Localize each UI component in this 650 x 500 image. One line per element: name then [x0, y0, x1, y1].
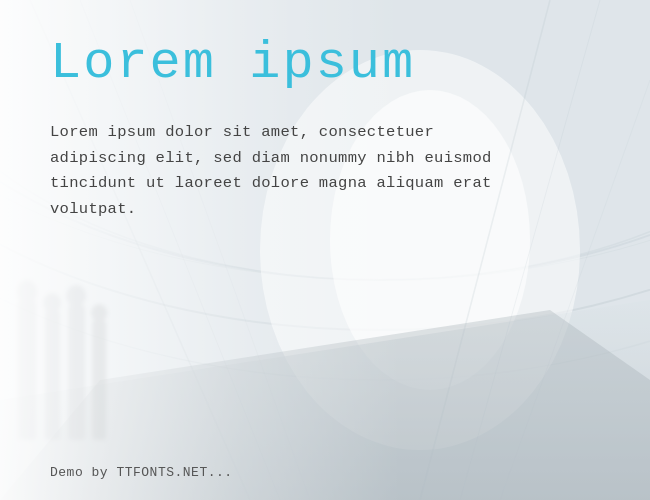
content-container: Lorem ipsum Lorem ipsum dolor sit amet, …: [0, 0, 650, 500]
footer-demo-text: Demo by TTFONTS.NET...: [50, 465, 233, 480]
body-paragraph: Lorem ipsum dolor sit amet, consectetuer…: [50, 120, 530, 222]
page-title: Lorem ipsum: [50, 35, 600, 92]
